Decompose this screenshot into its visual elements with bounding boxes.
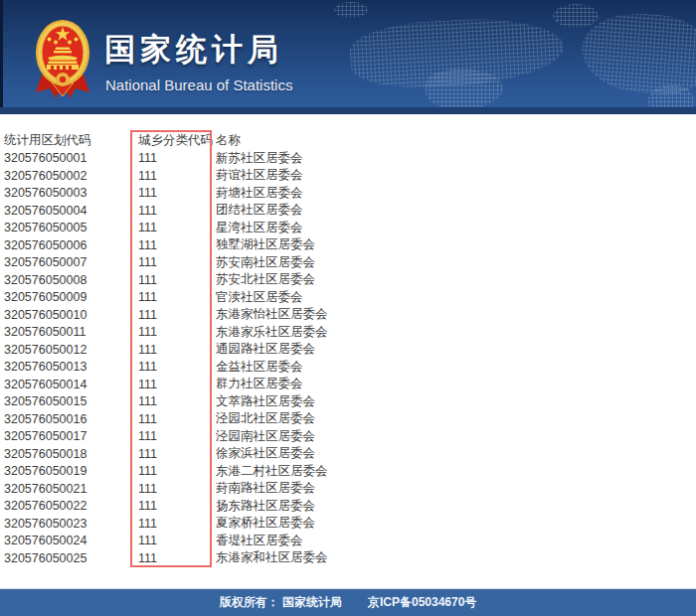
table-row: 320576050004 111 团结社区居委会 (0, 202, 696, 220)
name-cell: 通园路社区居委会 (216, 341, 696, 358)
division-code-cell: 320576050019 (0, 464, 138, 478)
urban-rural-code-cell: 111 (138, 325, 216, 339)
urban-rural-code-cell: 111 (138, 151, 216, 165)
urban-rural-code-cell: 111 (138, 343, 216, 357)
name-cell: 苏安南社区居委会 (216, 254, 696, 271)
table-row: 320576050021 111 葑南路社区居委会 (0, 480, 696, 498)
division-code-cell: 320576050004 (0, 204, 138, 218)
division-code-cell: 320576050003 (0, 186, 138, 200)
division-code-cell: 320576050025 (0, 551, 138, 565)
name-cell: 葑南路社区居委会 (216, 480, 696, 497)
division-code-cell: 320576050001 (0, 151, 138, 165)
table-row: 320576050019 111 东港二村社区居委会 (0, 463, 696, 481)
site-header: 国家统计局 National Bureau of Statistics (0, 0, 696, 114)
name-cell: 葑谊社区居委会 (216, 167, 696, 184)
urban-rural-code-cell: 111 (138, 429, 216, 443)
header-left-edge (0, 0, 3, 114)
world-map-texture (579, 10, 696, 98)
name-cell: 新苏社区居委会 (216, 150, 696, 167)
table-row: 320576050003 111 葑塘社区居委会 (0, 185, 696, 203)
site-footer: 版权所有： 国家统计局 京ICP备05034670号 (0, 588, 696, 616)
name-cell: 东港二村社区居委会 (216, 463, 696, 480)
urban-rural-code-cell: 111 (138, 464, 216, 478)
name-cell: 泾园北社区居委会 (216, 410, 696, 427)
table-header-row: 统计用区划代码 城乡分类代码 名称 (0, 132, 696, 150)
urban-rural-code-cell: 111 (138, 551, 216, 565)
table-row: 320576050024 111 香堤社区居委会 (0, 533, 696, 550)
site-subtitle: National Bureau of Statistics (105, 77, 292, 93)
table-row: 320576050008 111 苏安北社区居委会 (0, 271, 696, 289)
urban-rural-code-cell: 111 (138, 238, 216, 252)
column-header-urban-rural-code: 城乡分类代码 (138, 132, 216, 149)
name-cell: 金益社区居委会 (216, 359, 696, 376)
division-code-cell: 320576050023 (0, 517, 138, 531)
table-row: 320576050013 111 金益社区居委会 (0, 359, 696, 377)
urban-rural-code-cell: 111 (138, 273, 216, 287)
name-cell: 香堤社区居委会 (216, 533, 696, 549)
table-body: 320576050001 111 新苏社区居委会 320576050002 11… (0, 150, 696, 567)
table-row: 320576050005 111 星湾社区居委会 (0, 220, 696, 237)
table-row: 320576050022 111 扬东路社区居委会 (0, 498, 696, 516)
urban-rural-code-cell: 111 (138, 412, 216, 426)
table-row: 320576050010 111 东港家怡社区居委会 (0, 306, 696, 324)
page: 国家统计局 National Bureau of Statistics 统计用区… (0, 0, 696, 616)
urban-rural-code-cell: 111 (138, 204, 216, 218)
division-code-cell: 320576050007 (0, 255, 138, 269)
name-cell: 东港家和社区居委会 (216, 549, 696, 566)
site-title: 国家统计局 (104, 29, 283, 71)
division-code-cell: 320576050008 (0, 273, 138, 287)
division-code-cell: 320576050014 (0, 378, 138, 391)
division-code-cell: 320576050012 (0, 343, 138, 357)
world-map-texture (348, 14, 565, 90)
world-map-texture (426, 70, 503, 109)
division-code-cell: 320576050022 (0, 499, 138, 513)
column-header-name: 名称 (216, 132, 696, 149)
table-row: 320576050011 111 东港家乐社区居委会 (0, 324, 696, 342)
table-row: 320576050016 111 泾园北社区居委会 (0, 410, 696, 428)
china-national-emblem-icon (34, 17, 91, 102)
table-row: 320576050007 111 苏安南社区居委会 (0, 254, 696, 272)
name-cell: 葑塘社区居委会 (216, 185, 696, 202)
name-cell: 东港家怡社区居委会 (216, 306, 696, 323)
table-row: 320576050009 111 官渎社区居委会 (0, 289, 696, 307)
table-row: 320576050006 111 独墅湖社区居委会 (0, 236, 696, 254)
division-code-cell: 320576050021 (0, 482, 138, 496)
column-header-division-code: 统计用区划代码 (0, 132, 138, 149)
urban-rural-code-cell: 111 (138, 360, 216, 374)
division-code-cell: 320576050024 (0, 534, 138, 547)
division-code-cell: 320576050002 (0, 169, 138, 183)
division-code-cell: 320576050011 (0, 325, 138, 339)
table-row: 320576050015 111 文萃路社区居委会 (0, 393, 696, 411)
table-row: 320576050017 111 泾园南社区居委会 (0, 428, 696, 446)
name-cell: 独墅湖社区居委会 (216, 236, 696, 253)
world-map-texture (334, 2, 368, 18)
urban-rural-code-cell: 111 (138, 447, 216, 461)
name-cell: 星湾社区居委会 (216, 220, 696, 236)
division-code-cell: 320576050018 (0, 447, 138, 461)
urban-rural-code-cell: 111 (138, 221, 216, 234)
division-code-cell: 320576050006 (0, 238, 138, 252)
division-code-cell: 320576050016 (0, 412, 138, 426)
division-code-cell: 320576050005 (0, 221, 138, 234)
icp-number: 京ICP备05034670号 (368, 594, 476, 611)
urban-rural-code-cell: 111 (138, 378, 216, 391)
name-cell: 扬东路社区居委会 (216, 498, 696, 515)
division-code-cell: 320576050015 (0, 394, 138, 408)
header-bottom-band (0, 107, 696, 114)
name-cell: 官渎社区居委会 (216, 289, 696, 306)
table-row: 320576050001 111 新苏社区居委会 (0, 150, 696, 168)
name-cell: 东港家乐社区居委会 (216, 324, 696, 341)
name-cell: 泾园南社区居委会 (216, 428, 696, 445)
urban-rural-code-cell: 111 (138, 517, 216, 531)
name-cell: 徐家浜社区居委会 (216, 445, 696, 462)
division-code-cell: 320576050009 (0, 290, 138, 304)
urban-rural-code-cell: 111 (138, 394, 216, 408)
urban-rural-code-cell: 111 (138, 186, 216, 200)
urban-rural-code-cell: 111 (138, 534, 216, 547)
table-row: 320576050025 111 东港家和社区居委会 (0, 549, 696, 567)
table-row: 320576050023 111 夏家桥社区居委会 (0, 515, 696, 533)
table-row: 320576050002 111 葑谊社区居委会 (0, 167, 696, 185)
table-row: 320576050012 111 通园路社区居委会 (0, 341, 696, 359)
division-code-cell: 320576050017 (0, 429, 138, 443)
copyright-text: 版权所有： 国家统计局 (220, 594, 342, 611)
